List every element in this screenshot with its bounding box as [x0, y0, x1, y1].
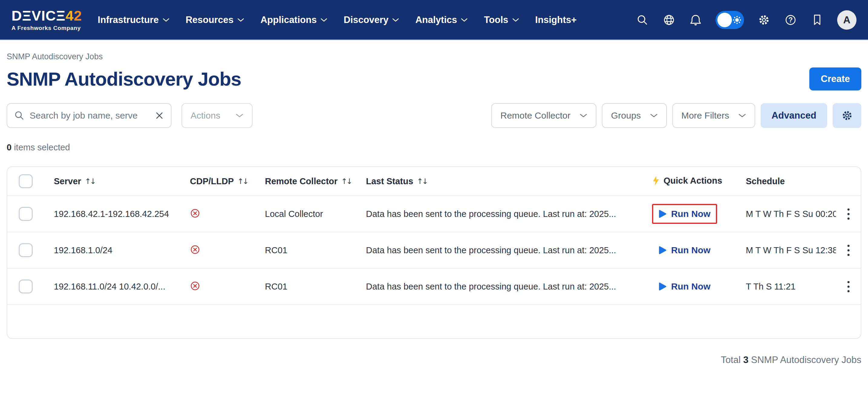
- filter-groups[interactable]: Groups: [602, 103, 666, 128]
- column-header-remote-collector[interactable]: Remote Collector↑↓: [265, 176, 351, 186]
- nav-item-label: Insights+: [535, 14, 577, 25]
- help-icon[interactable]: ?: [784, 13, 797, 27]
- logo-wordmark: DΞVICΞ42: [11, 8, 82, 23]
- nav-item-label: Tools: [484, 14, 508, 25]
- column-header-quick-actions: Quick Actions: [652, 176, 722, 186]
- actions-dropdown[interactable]: Actions: [182, 103, 252, 128]
- create-button[interactable]: Create: [809, 67, 861, 90]
- last-status-cell: Data has been sent to the processing que…: [359, 245, 645, 255]
- chevron-down-icon: [163, 18, 169, 22]
- cdp-lldp-disabled-icon: [190, 245, 200, 255]
- clear-search-icon[interactable]: [155, 111, 164, 120]
- row-menu-kebab-icon[interactable]: [844, 206, 852, 223]
- page-content: SNMP Autodiscovery Jobs SNMP Autodiscove…: [0, 52, 868, 366]
- nav-item-label: Resources: [186, 14, 234, 25]
- logo-tagline: A Freshworks Company: [11, 25, 82, 31]
- theme-toggle[interactable]: [716, 11, 744, 29]
- nav-utility-cluster: ? A: [636, 10, 857, 30]
- sort-icon[interactable]: ↑↓: [341, 177, 351, 186]
- breadcrumb[interactable]: SNMP Autodiscovery Jobs: [7, 52, 861, 61]
- advanced-button[interactable]: Advanced: [761, 103, 827, 128]
- table-row: 192.168.11.0/24 10.42.0.0/... RC01 Data …: [7, 269, 861, 305]
- svg-text:?: ?: [788, 16, 793, 24]
- filter-label: Remote Collector: [500, 111, 570, 121]
- chevron-down-icon: [512, 18, 519, 22]
- filter-remote-collector[interactable]: Remote Collector: [491, 103, 596, 128]
- jobs-table: Server↑↓ CDP/LLDP↑↓ Remote Collector↑↓ L…: [7, 166, 861, 339]
- play-icon: [659, 209, 666, 218]
- bell-icon[interactable]: [689, 13, 702, 27]
- nav-item-infrastructure[interactable]: Infrastructure: [98, 14, 169, 25]
- avatar-initial: A: [843, 14, 850, 26]
- bookmark-icon[interactable]: [810, 13, 824, 27]
- cdp-lldp-disabled-icon: [190, 208, 200, 218]
- search-icon[interactable]: [636, 13, 649, 27]
- column-header-cdp-lldp[interactable]: CDP/LLDP↑↓: [190, 176, 248, 186]
- table-row: 192.168.42.1-192.168.42.254 Local Collec…: [7, 196, 861, 232]
- device42-logo[interactable]: DΞVICΞ42 A Freshworks Company: [11, 8, 82, 31]
- schedule-cell: T Th S 11:21: [739, 282, 836, 292]
- table-header-row: Server↑↓ CDP/LLDP↑↓ Remote Collector↑↓ L…: [7, 167, 861, 196]
- nav-item-discovery[interactable]: Discovery: [344, 14, 399, 25]
- run-now-button[interactable]: Run Now: [652, 240, 717, 260]
- chevron-down-icon: [238, 18, 244, 22]
- nav-item-tools[interactable]: Tools: [484, 14, 519, 25]
- search-box[interactable]: [7, 103, 172, 128]
- avatar[interactable]: A: [837, 10, 857, 30]
- cdp-lldp-disabled-icon: [190, 281, 200, 291]
- gear-icon: [841, 109, 854, 122]
- play-icon: [659, 282, 666, 291]
- page-title: SNMP Autodiscovery Jobs: [7, 68, 241, 90]
- sort-icon[interactable]: ↑↓: [417, 177, 427, 186]
- nav-item-resources[interactable]: Resources: [186, 14, 244, 25]
- search-icon: [14, 110, 25, 121]
- select-all-checkbox[interactable]: [19, 174, 33, 188]
- filter-label: Groups: [611, 111, 641, 121]
- filter-more-filters[interactable]: More Filters: [672, 103, 755, 128]
- filter-label: More Filters: [681, 111, 729, 121]
- run-now-button[interactable]: Run Now: [652, 277, 717, 296]
- table-row: 192.168.1.0/24 RC01 Data has been sent t…: [7, 232, 861, 269]
- schedule-cell: M T W Th F S Su 00:20: [739, 209, 836, 219]
- total-count: 3: [743, 354, 748, 365]
- row-checkbox[interactable]: [19, 243, 33, 257]
- chevron-down-icon: [236, 113, 244, 118]
- chevron-down-icon: [580, 113, 587, 118]
- filter-cluster: Remote Collector Groups More Filters Adv…: [491, 103, 861, 128]
- chevron-down-icon: [738, 113, 746, 118]
- chevron-down-icon: [461, 18, 468, 22]
- sort-icon[interactable]: ↑↓: [238, 177, 248, 186]
- nav-item-applications[interactable]: Applications: [260, 14, 327, 25]
- server-cell: 192.168.42.1-192.168.42.254: [47, 209, 183, 219]
- row-checkbox[interactable]: [19, 207, 33, 221]
- column-header-schedule: Schedule: [746, 176, 785, 186]
- search-input[interactable]: [30, 111, 150, 121]
- nav-item-label: Discovery: [344, 14, 388, 25]
- nav-item-insights-plus[interactable]: Insights+: [535, 14, 577, 25]
- globe-icon[interactable]: [662, 13, 676, 27]
- gear-icon[interactable]: [757, 13, 771, 27]
- nav-item-label: Infrastructure: [98, 14, 159, 25]
- run-now-button[interactable]: Run Now: [652, 204, 717, 224]
- server-cell: 192.168.11.0/24 10.42.0.0/...: [47, 282, 183, 292]
- title-row: SNMP Autodiscovery Jobs Create: [7, 67, 861, 90]
- selection-count: 0: [7, 143, 11, 152]
- column-header-last-status[interactable]: Last Status↑↓: [366, 176, 427, 186]
- last-status-cell: Data has been sent to the processing que…: [359, 282, 645, 292]
- actions-label: Actions: [190, 111, 220, 121]
- column-header-server[interactable]: Server↑↓: [54, 176, 95, 186]
- chevron-down-icon: [392, 18, 399, 22]
- row-menu-kebab-icon[interactable]: [844, 242, 852, 259]
- row-checkbox[interactable]: [19, 280, 33, 293]
- play-icon: [659, 246, 666, 255]
- selection-status: 0items selected: [7, 143, 861, 153]
- selection-label: items selected: [14, 143, 70, 152]
- sort-icon[interactable]: ↑↓: [85, 177, 95, 186]
- toolbar: Actions Remote Collector Groups More Fil…: [7, 103, 861, 128]
- remote-collector-cell: RC01: [258, 245, 359, 255]
- schedule-cell: M T W Th F S Su 12:38: [739, 245, 836, 255]
- row-menu-kebab-icon[interactable]: [844, 278, 852, 295]
- table-settings-button[interactable]: [833, 103, 861, 128]
- sun-icon: [733, 15, 742, 25]
- nav-item-analytics[interactable]: Analytics: [415, 14, 468, 25]
